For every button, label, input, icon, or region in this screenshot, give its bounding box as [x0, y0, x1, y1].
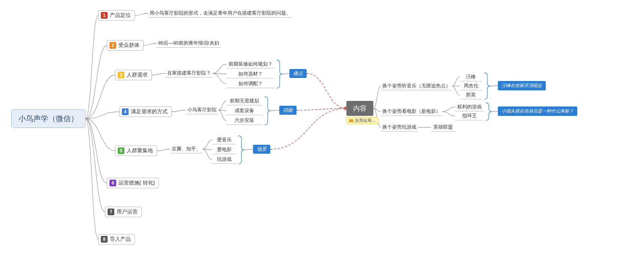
content-row-game: 换个姿势玩游戏	[381, 123, 418, 132]
branch-gathering[interactable]: 5人群聚集地	[115, 146, 157, 156]
branch-label: 受众群体	[118, 42, 139, 49]
leaf-solution-mid: 小鸟客厅影院	[186, 106, 218, 114]
annotation-text: 先导出用…	[355, 118, 376, 123]
content-row-music-sub1: 周杰伦	[460, 82, 482, 90]
leaf-gathering-mid: 豆瓣、知乎、	[170, 145, 202, 153]
badge-8: 8	[101, 236, 108, 243]
badge-2: 2	[109, 42, 116, 49]
content-row-movie-sub0: 权利的游戏	[455, 103, 484, 111]
content-row-game-sub: 英雄联盟	[431, 123, 455, 132]
branch-label: 产品定位	[110, 12, 131, 19]
leaf-needs-sub0: 前期装修如何规划？	[226, 60, 274, 69]
branch-solution[interactable]: 4满足需求的方式	[119, 106, 172, 117]
tag-pain[interactable]: 痛点	[289, 69, 307, 78]
tag-scene[interactable]: 场景	[253, 145, 270, 154]
badge-4: 4	[122, 108, 129, 115]
branch-label: 用户运营	[117, 208, 138, 215]
leaf-gathering-sub2: 玩游戏	[212, 155, 236, 164]
leaf-positioning-desc: 用小鸟客厅影院的形式，去满足青年用户在搭建客厅影院的问题。	[148, 9, 292, 18]
leaf-solution-sub2: 六步安装	[226, 116, 262, 125]
leaf-gathering-sub0: 爱音乐	[212, 136, 236, 144]
badge-5: 5	[118, 147, 124, 154]
leaf-gathering-sub1: 爱电影	[212, 146, 236, 154]
leaf-needs-mid: 在家搭建客厅影院？	[166, 69, 213, 78]
branch-user-ops[interactable]: 7用户运营	[105, 207, 142, 217]
note-icon	[349, 119, 353, 122]
root-node[interactable]: 小鸟声学（微信）	[11, 110, 85, 128]
branch-needs[interactable]: 3人群需求	[115, 70, 152, 80]
badge-7: 7	[108, 208, 114, 215]
content-row-music-note[interactable]: 汪峰在你家开演唱会	[498, 81, 546, 90]
content-row-movie-sub1: 指环王	[455, 112, 484, 120]
leaf-audience-desc: 85后—95前的青年情侣/夫妇	[157, 39, 221, 48]
leaf-solution-sub0: 前期无需规划	[226, 97, 262, 105]
branch-audience[interactable]: 2受众群体	[107, 40, 144, 51]
content-row-music: 换个姿势听音乐（无限追热点）	[381, 82, 452, 90]
content-row-music-sub0: 汪峰	[460, 73, 482, 81]
branch-label: 导入产品	[110, 236, 131, 243]
branch-label: 满足需求的方式	[131, 108, 168, 115]
content-hub[interactable]: 内容	[346, 101, 373, 116]
leaf-solution-sub1: 成套设备	[226, 106, 262, 115]
badge-3: 3	[118, 72, 124, 78]
branch-import[interactable]: 8导入产品	[98, 234, 135, 244]
branch-label: 运营措施( 转化)	[118, 180, 155, 186]
content-row-movie-note[interactable]: 小指头就在你身后是一种什么体验？	[498, 106, 577, 116]
leaf-needs-sub1: 如何选材？	[226, 70, 274, 78]
tag-feature[interactable]: 功能	[279, 106, 297, 115]
leaf-needs-sub2: 如何调配？	[226, 80, 274, 88]
badge-1: 1	[101, 12, 108, 19]
branch-product-positioning[interactable]: 1产品定位	[98, 10, 135, 21]
content-row-movie: 换个姿势看电影（新电影）	[381, 107, 442, 116]
content-annotation[interactable]: 先导出用…	[346, 117, 378, 124]
branch-label: 人群聚集地	[127, 147, 153, 154]
badge-6: 6	[109, 180, 116, 186]
branch-operations[interactable]: 6运营措施( 转化)	[107, 178, 159, 188]
branch-label: 人群需求	[127, 72, 148, 78]
content-row-music-sub2: 那英	[460, 91, 482, 99]
